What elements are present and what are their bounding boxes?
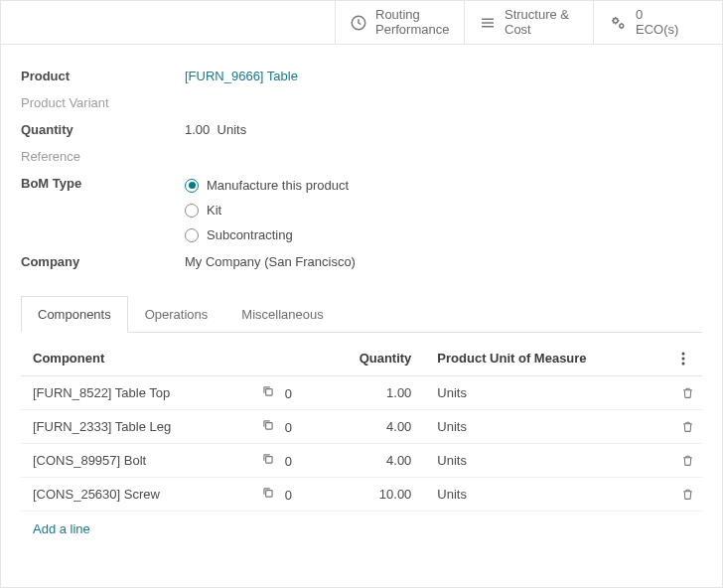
notebook: Components Operations Miscellaneous Comp… xyxy=(1,287,722,560)
table-row[interactable]: [CONS_25630] Screw010.00Units xyxy=(21,478,702,512)
reference-label: Reference xyxy=(21,149,185,164)
stat-buttons-bar: Routing Performance Structure & Cost 0 xyxy=(1,1,722,45)
structure-cost-button[interactable]: Structure & Cost xyxy=(464,1,593,44)
clock-icon xyxy=(350,14,367,32)
svg-rect-9 xyxy=(265,389,271,395)
column-options-button[interactable] xyxy=(669,343,702,376)
cell-component[interactable]: [CONS_89957] Bolt xyxy=(21,444,249,478)
bom-type-manufacture[interactable]: Manufacture this product xyxy=(185,178,349,193)
radio-checked-icon xyxy=(185,179,199,193)
table-header-row: Component Quantity Product Unit of Measu… xyxy=(21,343,702,376)
radio-label: Manufacture this product xyxy=(207,178,349,193)
copy-icon[interactable] xyxy=(261,384,275,398)
add-line-button[interactable]: Add a line xyxy=(21,512,702,560)
radio-label: Kit xyxy=(207,203,221,218)
radio-unchecked-icon xyxy=(185,204,199,218)
product-value[interactable]: [FURN_9666] Table xyxy=(185,69,298,83)
quantity-value: 1.00 Units xyxy=(185,122,246,137)
th-quantity[interactable]: Quantity xyxy=(313,343,426,376)
delete-row-button[interactable] xyxy=(669,376,702,410)
components-table: Component Quantity Product Unit of Measu… xyxy=(21,333,702,560)
cell-uom[interactable]: Units xyxy=(425,376,669,410)
quantity-row: Quantity 1.00 Units xyxy=(21,122,702,137)
tab-miscellaneous[interactable]: Miscellaneous xyxy=(224,296,340,333)
cell-sub[interactable]: 0 xyxy=(249,478,313,512)
product-row: Product [FURN_9666] Table xyxy=(21,69,702,83)
gears-icon xyxy=(608,14,628,32)
reference-row: Reference xyxy=(21,149,702,164)
svg-rect-10 xyxy=(265,423,271,429)
tab-components[interactable]: Components xyxy=(21,296,128,333)
cell-component[interactable]: [FURN_2333] Table Leg xyxy=(21,410,249,444)
copy-icon[interactable] xyxy=(261,486,275,500)
bom-type-kit[interactable]: Kit xyxy=(185,203,349,218)
th-component[interactable]: Component xyxy=(21,343,249,376)
cell-uom[interactable]: Units xyxy=(425,444,669,478)
variant-label: Product Variant xyxy=(21,95,185,110)
delete-row-button[interactable] xyxy=(669,410,702,444)
bom-type-row: BoM Type Manufacture this product Kit Su… xyxy=(21,176,702,242)
bom-type-label: BoM Type xyxy=(21,176,185,191)
svg-rect-11 xyxy=(265,457,271,463)
cell-component[interactable]: [FURN_8522] Table Top xyxy=(21,376,249,410)
stat-button-text: 0 ECO(s) xyxy=(636,8,678,38)
tab-operations[interactable]: Operations xyxy=(128,296,225,333)
cell-sub[interactable]: 0 xyxy=(249,410,313,444)
table-row[interactable]: [CONS_89957] Bolt04.00Units xyxy=(21,444,702,478)
cell-sub[interactable]: 0 xyxy=(249,376,313,410)
product-label: Product xyxy=(21,69,185,83)
table-row[interactable]: [FURN_8522] Table Top01.00Units xyxy=(21,376,702,410)
table-row[interactable]: [FURN_2333] Table Leg04.00Units xyxy=(21,410,702,444)
list-icon xyxy=(479,14,497,32)
svg-point-8 xyxy=(682,362,685,365)
cell-sub[interactable]: 0 xyxy=(249,444,313,478)
bom-type-subcontracting[interactable]: Subcontracting xyxy=(185,227,349,242)
copy-icon[interactable] xyxy=(261,418,275,432)
cell-uom[interactable]: Units xyxy=(425,478,669,512)
cell-quantity[interactable]: 4.00 xyxy=(313,444,426,478)
company-label: Company xyxy=(21,254,185,269)
cell-component[interactable]: [CONS_25630] Screw xyxy=(21,478,249,512)
radio-label: Subcontracting xyxy=(207,227,293,242)
company-value: My Company (San Francisco) xyxy=(185,254,356,269)
bom-type-options: Manufacture this product Kit Subcontract… xyxy=(185,176,349,242)
th-sub xyxy=(249,343,313,376)
quantity-label: Quantity xyxy=(21,122,185,137)
svg-rect-12 xyxy=(265,491,271,497)
copy-icon[interactable] xyxy=(261,452,275,466)
delete-row-button[interactable] xyxy=(669,444,702,478)
stat-button-text: Structure & Cost xyxy=(505,8,569,38)
cell-quantity[interactable]: 4.00 xyxy=(313,410,426,444)
ecos-button[interactable]: 0 ECO(s) xyxy=(593,1,722,44)
svg-point-6 xyxy=(682,352,685,355)
variant-row: Product Variant xyxy=(21,95,702,110)
delete-row-button[interactable] xyxy=(669,478,702,512)
cell-quantity[interactable]: 1.00 xyxy=(313,376,426,410)
form-body: Product [FURN_9666] Table Product Varian… xyxy=(1,45,722,287)
stat-button-text: Routing Performance xyxy=(375,8,449,38)
radio-unchecked-icon xyxy=(185,228,199,242)
tabs: Components Operations Miscellaneous xyxy=(21,295,702,333)
cell-quantity[interactable]: 10.00 xyxy=(313,478,426,512)
routing-performance-button[interactable]: Routing Performance xyxy=(335,1,464,44)
form-container: Routing Performance Structure & Cost 0 xyxy=(0,0,723,588)
th-uom[interactable]: Product Unit of Measure xyxy=(425,343,669,376)
svg-point-7 xyxy=(682,357,685,360)
cell-uom[interactable]: Units xyxy=(425,410,669,444)
company-row: Company My Company (San Francisco) xyxy=(21,254,702,269)
